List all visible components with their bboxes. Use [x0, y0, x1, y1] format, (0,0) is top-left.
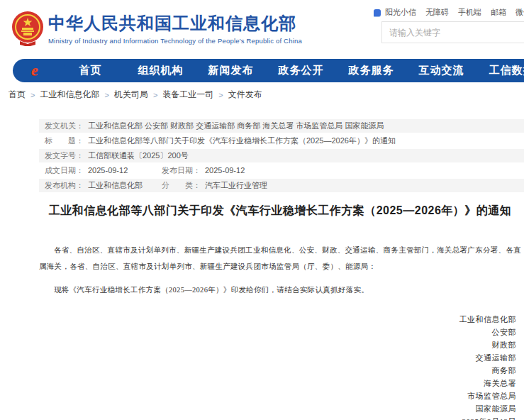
nav-item-news[interactable]: 新闻发布	[196, 64, 266, 77]
chat-assistant-icon	[374, 9, 381, 16]
signature-block: 工业和信息化部 公安部 财政部 交通运输部 商务部 海关总署 市场监管总局 国家…	[39, 313, 521, 420]
meta-value: 2025-09-12	[205, 166, 245, 175]
quick-link-sunshine[interactable]: 阳光小信	[385, 7, 416, 18]
breadcrumb-separator: >	[30, 91, 35, 99]
nav-item-interaction[interactable]: 互动交流	[406, 64, 476, 77]
gov-site-logo-icon: e	[31, 63, 45, 79]
signature-customs: 海关总署	[39, 377, 516, 389]
document-paragraph-instruction: 现将《汽车行业稳增长工作方案（2025—2026年）》印发给你们，请结合实际认真…	[39, 282, 521, 298]
breadcrumb-separator: >	[104, 91, 108, 99]
nav-item-organization[interactable]: 组织机构	[126, 64, 196, 77]
quick-link-mobile[interactable]: 手机端	[458, 7, 481, 18]
meta-value: 工业和信息化部 公安部 财政部 交通运输部 商务部 海关总署 市场监管总局 国家…	[88, 121, 384, 130]
breadcrumb-home[interactable]: 首页	[9, 89, 26, 101]
signature-finance: 财政部	[39, 338, 516, 351]
nav-item-home[interactable]: 首页	[55, 64, 126, 77]
meta-value: 2025-09-12	[88, 166, 128, 175]
site-subtitle: Ministry of Industry and Information Tec…	[48, 37, 302, 45]
site-header: 中华人民共和国工业和信息化部 Ministry of Industry and …	[0, 0, 524, 55]
nav-item-gov-services[interactable]: 政务服务	[336, 64, 406, 77]
signature-commerce: 商务部	[39, 364, 516, 377]
search-box	[381, 21, 524, 43]
meta-label: 标 题：	[45, 136, 84, 145]
meta-row-document-number: 发文字号：工信部联通装〔2025〕200号	[39, 149, 524, 162]
document-body: 各省、自治区、直辖市及计划单列市、新疆生产建设兵团工业和信息化、公安、财政、交通…	[39, 242, 521, 420]
quick-link-accessibility[interactable]: 无障碍	[425, 7, 449, 18]
site-title: 中华人民共和国工业和信息化部	[48, 12, 302, 35]
meta-label: 发布机构：	[45, 181, 84, 189]
meta-label: 分 类：	[162, 181, 201, 189]
meta-row-issuing-agency: 发文机关：工业和信息化部 公安部 财政部 交通运输部 商务部 海关总署 市场监管…	[39, 119, 524, 133]
meta-value: 汽车工业行业管理	[205, 181, 267, 189]
quick-links-bar: 阳光小信 无障碍 手机端 邮箱 微信 微博	[374, 7, 524, 18]
breadcrumb-document-release[interactable]: 文件发布	[228, 89, 262, 101]
breadcrumb-separator: >	[218, 91, 223, 99]
search-input[interactable]	[382, 22, 524, 43]
document-metadata-table: 发文机关：工业和信息化部 公安部 财政部 交通运输部 商务部 海关总署 市场监管…	[39, 119, 524, 194]
quick-link-wechat[interactable]: 微信	[515, 7, 524, 18]
meta-value: 工业和信息化部	[88, 181, 143, 189]
breadcrumb-miit[interactable]: 工业和信息化部	[40, 89, 99, 101]
document-title: 工业和信息化部等八部门关于印发《汽车行业稳增长工作方案（2025—2026年）》…	[39, 204, 521, 219]
national-emblem-icon	[9, 9, 46, 46]
miit-gov-page: { "colors": { "brand_blue": "#1652a1", "…	[0, 0, 524, 420]
signature-date: 2025年9月12日	[39, 415, 516, 420]
breadcrumb-departments[interactable]: 机关司局	[114, 89, 148, 101]
meta-row-title: 标 题：工业和信息化部等八部门关于印发《汽车行业稳增长工作方案（2025—202…	[39, 134, 524, 148]
signature-miit: 工业和信息化部	[39, 313, 516, 326]
meta-label: 成文日期：	[45, 166, 84, 175]
signature-energy: 国家能源局	[39, 402, 516, 415]
meta-label: 发文机关：	[45, 121, 84, 130]
main-nav: e 首页 组织机构 新闻发布 政务公开 政务服务 互动交流 工信数据	[13, 59, 524, 82]
site-title-link[interactable]: 中华人民共和国工业和信息化部 Ministry of Industry and …	[48, 12, 302, 45]
meta-value: 工信部联通装〔2025〕200号	[88, 151, 189, 160]
meta-label: 发文字号：	[45, 151, 84, 160]
meta-row-publisher-category: 发布机构：工业和信息化部 分 类：汽车工业行业管理	[39, 179, 524, 192]
meta-label: 发布日期：	[162, 166, 201, 175]
breadcrumb-equipment-dept[interactable]: 装备工业一司	[162, 89, 213, 101]
meta-row-dates: 成文日期：2025-09-12 发布日期：2025-09-12	[39, 164, 524, 177]
signature-market-regulation: 市场监管总局	[39, 389, 516, 402]
meta-value: 工业和信息化部等八部门关于印发《汽车行业稳增长工作方案（2025—2026年）》…	[88, 136, 396, 145]
quick-link-mailbox[interactable]: 邮箱	[491, 7, 506, 18]
document-paragraph-recipients: 各省、自治区、直辖市及计划单列市、新疆生产建设兵团工业和信息化、公安、财政、交通…	[39, 242, 521, 275]
breadcrumb: 首页 > 工业和信息化部 > 机关司局 > 装备工业一司 > 文件发布	[9, 89, 262, 101]
breadcrumb-separator: >	[153, 91, 157, 99]
nav-item-miit-data[interactable]: 工信数据	[476, 64, 524, 77]
signature-public-security: 公安部	[39, 326, 516, 338]
nav-item-gov-disclosure[interactable]: 政务公开	[266, 64, 336, 77]
signature-transport: 交通运输部	[39, 351, 516, 364]
